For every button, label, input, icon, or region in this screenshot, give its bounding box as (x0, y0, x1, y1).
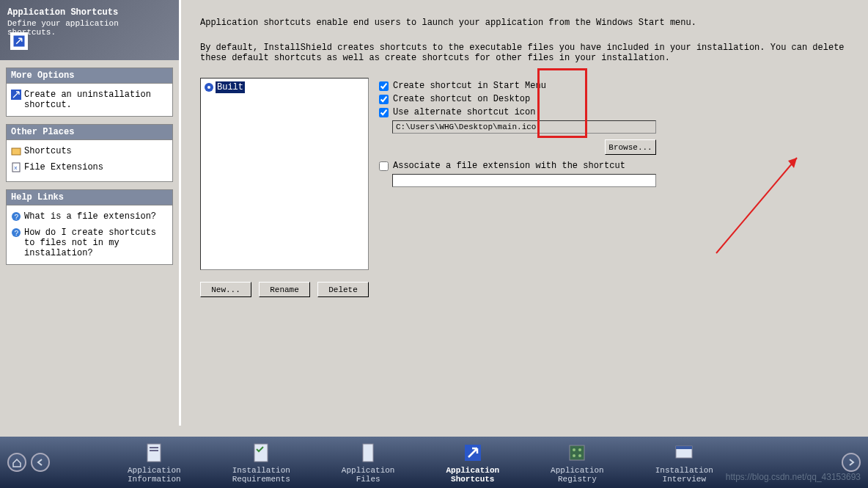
label-desktop: Create shortcut on Desktop (393, 94, 530, 104)
shortcut-icon (10, 32, 28, 50)
svg-rect-14 (150, 447, 158, 448)
nav-label: Application (128, 466, 181, 475)
back-button[interactable] (31, 453, 50, 472)
nav-app-information[interactable]: Application Information (128, 442, 181, 484)
svg-point-22 (573, 454, 575, 457)
checkbox-start-menu[interactable] (379, 81, 389, 91)
header-block: Application Shortcuts Define your applic… (0, 0, 179, 60)
nav-label: Application (551, 466, 604, 475)
left-pane: Application Shortcuts Define your applic… (0, 0, 181, 426)
other-places-header: Other Places (7, 125, 172, 140)
help-icon: ? (11, 211, 21, 225)
rename-button[interactable]: Rename (259, 282, 310, 297)
watermark: https://blog.csdn.net/qq_43153693 (726, 472, 861, 482)
shortcut-tree[interactable]: Built (200, 78, 369, 270)
item-label: File Extensions (24, 162, 168, 172)
svg-rect-16 (254, 444, 268, 462)
extension-input[interactable] (392, 174, 656, 187)
nav-label: Installation (232, 466, 290, 475)
nav-install-requirements[interactable]: Installation Requirements (232, 442, 290, 484)
label-start-menu: Create shortcut in Start Menu (393, 81, 546, 91)
shortcut-icon (462, 442, 484, 464)
shortcut-small-icon (11, 90, 21, 103)
icon-path-input[interactable] (392, 120, 656, 134)
page-title: Application Shortcuts (7, 7, 172, 18)
document-icon (143, 442, 165, 464)
new-button[interactable]: New... (200, 282, 251, 297)
other-file-extensions[interactable]: x File Extensions (11, 161, 168, 177)
svg-point-23 (578, 454, 581, 457)
svg-rect-19 (570, 445, 584, 460)
nav-app-shortcuts[interactable]: Application Shortcuts (446, 442, 499, 484)
description-2: By default, InstallShield creates shortc… (200, 43, 849, 63)
checkbox-alt-icon[interactable] (379, 108, 389, 117)
label-assoc-ext: Associate a file extension with the shor… (393, 161, 625, 171)
svg-rect-13 (147, 444, 161, 462)
browse-button[interactable]: Browse... (605, 139, 656, 155)
checkbox-assoc-ext[interactable] (379, 161, 389, 171)
home-button[interactable] (7, 453, 26, 472)
file-icon (357, 442, 379, 464)
nav-label2: Interview (663, 475, 706, 484)
create-uninstall-shortcut[interactable]: Create an uninstallation shortcut. (11, 88, 168, 112)
nav-label: Application (446, 466, 499, 475)
item-label: How do I create shortcuts to files not i… (24, 227, 168, 258)
nav-label2: Information (128, 475, 181, 484)
tree-item-built[interactable]: Built (204, 81, 365, 93)
svg-rect-15 (150, 450, 158, 451)
main-pane: Application shortcuts enable end users t… (181, 0, 868, 426)
svg-rect-2 (12, 148, 21, 155)
folder-icon (11, 146, 21, 159)
svg-point-20 (573, 448, 575, 451)
checkbox-desktop[interactable] (379, 95, 389, 104)
help-icon: ? (11, 227, 21, 241)
svg-text:?: ? (15, 230, 19, 238)
other-shortcuts[interactable]: Shortcuts (11, 145, 168, 161)
app-icon (204, 82, 214, 92)
nav-label2: Shortcuts (451, 475, 494, 484)
help-links-header: Help Links (7, 190, 172, 205)
nav-label: Application (342, 466, 395, 475)
svg-text:x: x (14, 164, 18, 171)
label-alt-icon: Use alternate shortcut icon: (393, 107, 541, 117)
file-icon: x (11, 162, 21, 175)
forward-button[interactable] (842, 453, 861, 472)
item-label: What is a file extension? (24, 211, 168, 222)
nav-label: Installation (655, 466, 713, 475)
svg-point-21 (578, 448, 581, 451)
checklist-icon (250, 442, 272, 464)
registry-icon (566, 442, 588, 464)
delete-button[interactable]: Delete (317, 282, 369, 297)
help-create-shortcuts[interactable]: ? How do I create shortcuts to files not… (11, 226, 168, 260)
help-file-extension[interactable]: ? What is a file extension? (11, 210, 168, 226)
more-options-panel: More Options Create an uninstallation sh… (6, 68, 173, 117)
nav-label2: Files (356, 475, 380, 484)
dialog-icon (673, 442, 695, 464)
nav-app-files[interactable]: Application Files (342, 442, 395, 484)
tree-item-label: Built (216, 81, 245, 93)
description-1: Application shortcuts enable end users t… (200, 18, 849, 28)
svg-rect-17 (363, 444, 373, 462)
nav-install-interview[interactable]: Installation Interview (655, 442, 713, 484)
svg-text:?: ? (15, 214, 19, 222)
other-places-panel: Other Places Shortcuts x File Extensions (6, 124, 173, 182)
nav-label2: Requirements (232, 475, 290, 484)
nav-label2: Registry (558, 475, 597, 484)
item-label: Shortcuts (24, 146, 168, 156)
help-links-panel: Help Links ? What is a file extension? ?… (6, 189, 173, 265)
item-label: Create an uninstallation shortcut. (24, 90, 168, 110)
more-options-header: More Options (7, 68, 172, 84)
page-subtitle: Define your application shortcuts. (7, 19, 172, 37)
nav-app-registry[interactable]: Application Registry (551, 442, 604, 484)
svg-point-10 (207, 86, 210, 89)
svg-rect-25 (676, 446, 692, 449)
